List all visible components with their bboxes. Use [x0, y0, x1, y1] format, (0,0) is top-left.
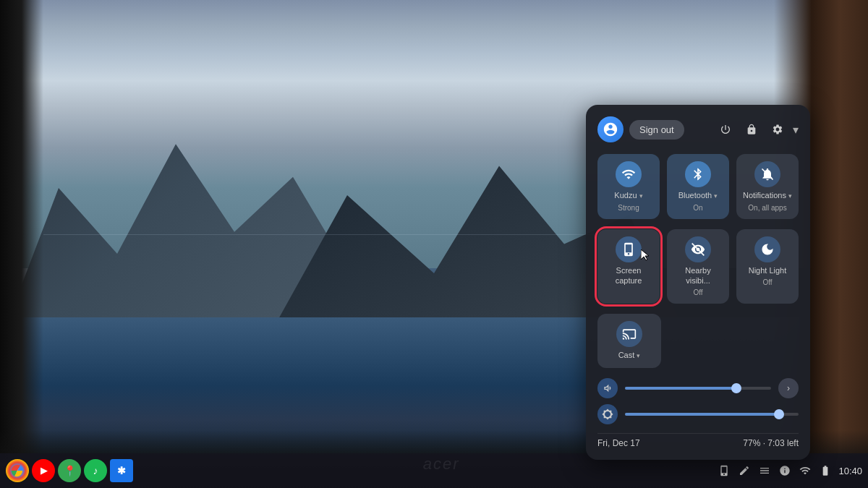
tiles-row-3: Cast ▾ — [597, 314, 799, 368]
nearby-sublabel: Off — [693, 288, 702, 296]
battery-display: 77% · 7:03 left — [743, 438, 799, 448]
sliders-section: › — [597, 378, 799, 424]
notifications-tile[interactable]: Notifications ▾ On, all apps — [736, 154, 799, 219]
cursor — [641, 249, 650, 262]
cast-label: Cast ▾ — [618, 350, 641, 361]
screen-capture-icon — [616, 236, 642, 262]
volume-icon[interactable] — [597, 378, 618, 398]
bluetooth-label: Bluetooth ▾ — [678, 190, 718, 201]
notifications-label: Notifications ▾ — [743, 190, 792, 201]
qs-footer: Fri, Dec 17 77% · 7:03 left — [597, 433, 799, 448]
wifi-tile[interactable]: Kudzu ▾ Strong — [597, 154, 660, 219]
screen-capture-tile[interactable]: Screencapture — [597, 229, 660, 304]
taskbar-apps: ▶ 📍 ♪ ✱ — [6, 459, 133, 482]
bluetooth-sublabel: On — [693, 204, 702, 212]
night-light-sublabel: Off — [762, 278, 772, 286]
night-light-icon — [754, 236, 780, 262]
collapse-chevron[interactable]: ▾ — [793, 123, 799, 137]
volume-expand-button[interactable]: › — [778, 378, 799, 398]
tiles-row-1: Kudzu ▾ Strong Bluetooth ▾ On — [597, 154, 799, 219]
info-taskbar-icon[interactable] — [778, 463, 792, 478]
notifications-icon — [754, 161, 780, 187]
chrome-app-icon[interactable] — [6, 459, 29, 482]
nearby-icon — [685, 236, 711, 262]
bluetooth-tile[interactable]: Bluetooth ▾ On — [667, 154, 729, 219]
wifi-icon — [616, 161, 642, 187]
volume-track[interactable] — [625, 387, 771, 390]
youtube-app-icon[interactable]: ▶ — [32, 459, 55, 482]
menu-taskbar-icon[interactable] — [757, 463, 772, 478]
chromeos-app-icon[interactable]: ✱ — [110, 459, 133, 482]
cast-icon — [616, 321, 642, 347]
volume-thumb[interactable] — [731, 383, 741, 393]
tiles-row-2: Screencapture Nearby visibi... Off Night… — [597, 229, 799, 304]
wifi-taskbar-icon[interactable] — [798, 463, 812, 478]
night-light-label: Night Light — [749, 265, 787, 275]
pen-taskbar-icon[interactable] — [737, 463, 752, 478]
battery-taskbar-icon — [818, 463, 833, 478]
taskbar-status: 10:40 — [717, 463, 862, 478]
date-display: Fri, Dec 17 — [597, 438, 640, 448]
maps-app-icon[interactable]: 📍 — [58, 459, 81, 482]
notifications-sublabel: On, all apps — [748, 204, 786, 212]
volume-slider-row: › — [597, 378, 799, 398]
night-light-tile[interactable]: Night Light Off — [736, 229, 799, 304]
nearby-tile[interactable]: Nearby visibi... Off — [667, 229, 729, 304]
screen-capture-label: Screencapture — [616, 265, 642, 286]
cast-tile[interactable]: Cast ▾ — [597, 314, 661, 368]
settings-button[interactable] — [767, 119, 788, 140]
volume-fill — [625, 387, 735, 390]
header-icons: ▾ — [715, 119, 799, 140]
nearby-label: Nearby visibi... — [673, 265, 723, 286]
brightness-fill — [625, 413, 778, 416]
brightness-thumb[interactable] — [774, 409, 784, 419]
quick-settings-panel: Sign out ▾ — [586, 105, 810, 460]
power-button[interactable] — [715, 119, 736, 140]
wifi-sublabel: Strong — [618, 204, 639, 212]
sign-out-button[interactable]: Sign out — [629, 120, 684, 140]
brightness-slider-row — [597, 404, 799, 424]
brightness-icon[interactable] — [597, 404, 618, 424]
clock-display: 10:40 — [838, 466, 862, 476]
user-avatar[interactable] — [597, 116, 624, 142]
screenshot-taskbar-icon[interactable] — [717, 463, 731, 478]
spotify-app-icon[interactable]: ♪ — [84, 459, 107, 482]
brightness-track[interactable] — [625, 413, 799, 416]
bluetooth-icon — [685, 161, 711, 187]
wifi-label: Kudzu ▾ — [614, 190, 642, 201]
qs-header: Sign out ▾ — [597, 116, 799, 142]
bezel-left — [0, 0, 43, 488]
lock-button[interactable] — [741, 119, 762, 140]
